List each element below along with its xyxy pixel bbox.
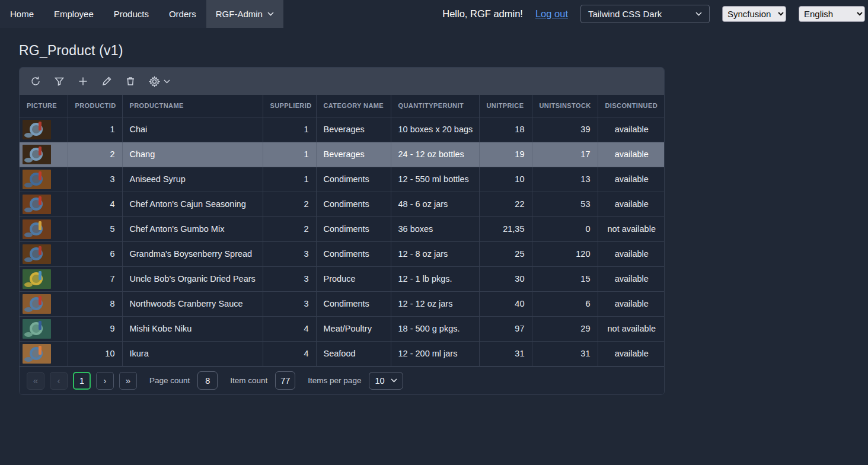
column-header-productid[interactable]: PRODUCTID <box>68 95 122 117</box>
table-row[interactable]: 5Chef Anton's Gumbo Mix2Condiments36 box… <box>20 216 665 241</box>
quantityperunit-cell[interactable]: 36 boxes <box>391 216 479 241</box>
theme-dropdown[interactable]: Tailwind CSS Dark <box>580 5 710 23</box>
quantityperunit-cell[interactable]: 10 boxes x 20 bags <box>391 117 479 142</box>
unitprice-cell[interactable]: 21,35 <box>479 216 532 241</box>
categoryname-cell[interactable]: Beverages <box>316 142 391 167</box>
categoryname-cell[interactable]: Condiments <box>316 192 391 216</box>
productname-cell[interactable]: Grandma's Boysenberry Spread <box>122 241 263 266</box>
nav-item-products[interactable]: Products <box>104 0 159 28</box>
refresh-button[interactable] <box>24 70 47 93</box>
productname-cell[interactable]: Chef Anton's Gumbo Mix <box>122 216 263 241</box>
categoryname-cell[interactable]: Seafood <box>316 341 391 366</box>
prev-page-button[interactable]: ‹ <box>50 372 68 390</box>
column-header-productname[interactable]: PRODUCTNAME <box>122 95 263 117</box>
table-row[interactable]: 1Chai1Beverages10 boxes x 20 bags1839ava… <box>20 117 665 142</box>
unitprice-cell[interactable]: 18 <box>479 117 532 142</box>
picture-cell[interactable] <box>20 316 68 341</box>
language-select[interactable]: English <box>799 6 865 22</box>
library-select[interactable]: Syncfusion <box>722 6 786 22</box>
supplierid-cell[interactable]: 4 <box>263 316 316 341</box>
productid-cell[interactable]: 2 <box>68 142 122 167</box>
discontinued-cell[interactable]: available <box>598 142 665 167</box>
nav-item-rgf-admin[interactable]: RGF-Admin <box>206 0 283 28</box>
categoryname-cell[interactable]: Beverages <box>316 117 391 142</box>
discontinued-cell[interactable]: not available <box>598 316 665 341</box>
supplierid-cell[interactable]: 1 <box>263 167 316 192</box>
unitprice-cell[interactable]: 30 <box>479 266 532 291</box>
supplierid-cell[interactable]: 3 <box>263 241 316 266</box>
productname-cell[interactable]: Northwoods Cranberry Sauce <box>122 291 263 316</box>
categoryname-cell[interactable]: Produce <box>316 266 391 291</box>
quantityperunit-cell[interactable]: 48 - 6 oz jars <box>391 192 479 216</box>
categoryname-cell[interactable]: Condiments <box>316 167 391 192</box>
items-per-page-dropdown[interactable]: 10 <box>369 372 403 390</box>
first-page-button[interactable]: « <box>27 372 44 390</box>
discontinued-cell[interactable]: available <box>598 192 665 216</box>
next-page-button[interactable]: › <box>96 372 114 390</box>
column-header-quantityperunit[interactable]: QUANTITYPERUNIT <box>391 95 479 117</box>
categoryname-cell[interactable]: Condiments <box>316 216 391 241</box>
picture-cell[interactable] <box>20 291 68 316</box>
table-row[interactable]: 8Northwoods Cranberry Sauce3Condiments12… <box>20 291 665 316</box>
productid-cell[interactable]: 3 <box>68 167 122 192</box>
unitsinstock-cell[interactable]: 31 <box>532 341 598 366</box>
column-header-discontinued[interactable]: DISCONTINUED <box>598 95 665 117</box>
unitsinstock-cell[interactable]: 13 <box>532 167 598 192</box>
unitsinstock-cell[interactable]: 15 <box>532 266 598 291</box>
quantityperunit-cell[interactable]: 12 - 12 oz jars <box>391 291 479 316</box>
productid-cell[interactable]: 7 <box>68 266 122 291</box>
discontinued-cell[interactable]: available <box>598 291 665 316</box>
quantityperunit-cell[interactable]: 12 - 1 lb pkgs. <box>391 266 479 291</box>
column-header-unitsinstock[interactable]: UNITSINSTOCK <box>532 95 598 117</box>
unitprice-cell[interactable]: 25 <box>479 241 532 266</box>
unitsinstock-cell[interactable]: 120 <box>532 241 598 266</box>
productname-cell[interactable]: Chai <box>122 117 263 142</box>
nav-item-home[interactable]: Home <box>0 0 44 28</box>
settings-dropdown-button[interactable] <box>143 70 176 93</box>
unitsinstock-cell[interactable]: 17 <box>532 142 598 167</box>
productname-cell[interactable]: Chef Anton's Cajun Seasoning <box>122 192 263 216</box>
quantityperunit-cell[interactable]: 24 - 12 oz bottles <box>391 142 479 167</box>
picture-cell[interactable] <box>20 117 68 142</box>
picture-cell[interactable] <box>20 142 68 167</box>
supplierid-cell[interactable]: 4 <box>263 341 316 366</box>
unitprice-cell[interactable]: 22 <box>479 192 532 216</box>
productid-cell[interactable]: 1 <box>68 117 122 142</box>
add-button[interactable] <box>72 70 94 93</box>
unitprice-cell[interactable]: 40 <box>479 291 532 316</box>
supplierid-cell[interactable]: 1 <box>263 142 316 167</box>
supplierid-cell[interactable]: 2 <box>263 192 316 216</box>
productid-cell[interactable]: 6 <box>68 241 122 266</box>
delete-button[interactable] <box>119 70 142 93</box>
last-page-button[interactable]: » <box>119 372 137 390</box>
unitprice-cell[interactable]: 31 <box>479 341 532 366</box>
unitsinstock-cell[interactable]: 6 <box>532 291 598 316</box>
productname-cell[interactable]: Mishi Kobe Niku <box>122 316 263 341</box>
quantityperunit-cell[interactable]: 12 - 8 oz jars <box>391 241 479 266</box>
logout-link[interactable]: Log out <box>535 8 568 20</box>
column-header-unitprice[interactable]: UNITPRICE <box>479 95 532 117</box>
discontinued-cell[interactable]: available <box>598 117 665 142</box>
edit-button[interactable] <box>95 70 118 93</box>
productid-cell[interactable]: 8 <box>68 291 122 316</box>
discontinued-cell[interactable]: available <box>598 167 665 192</box>
unitsinstock-cell[interactable]: 0 <box>532 216 598 241</box>
categoryname-cell[interactable]: Condiments <box>316 291 391 316</box>
nav-item-employee[interactable]: Employee <box>44 0 104 28</box>
productid-cell[interactable]: 4 <box>68 192 122 216</box>
unitsinstock-cell[interactable]: 29 <box>532 316 598 341</box>
discontinued-cell[interactable]: available <box>598 241 665 266</box>
unitprice-cell[interactable]: 10 <box>479 167 532 192</box>
productid-cell[interactable]: 9 <box>68 316 122 341</box>
unitsinstock-cell[interactable]: 39 <box>532 117 598 142</box>
productname-cell[interactable]: Uncle Bob's Organic Dried Pears <box>122 266 263 291</box>
categoryname-cell[interactable]: Condiments <box>316 241 391 266</box>
quantityperunit-cell[interactable]: 12 - 200 ml jars <box>391 341 479 366</box>
quantityperunit-cell[interactable]: 12 - 550 ml bottles <box>391 167 479 192</box>
column-header-picture[interactable]: PICTURE <box>20 95 68 117</box>
column-header-supplierid[interactable]: SUPPLIERID <box>263 95 316 117</box>
productname-cell[interactable]: Ikura <box>122 341 263 366</box>
unitprice-cell[interactable]: 97 <box>479 316 532 341</box>
discontinued-cell[interactable]: not available <box>598 216 665 241</box>
picture-cell[interactable] <box>20 266 68 291</box>
